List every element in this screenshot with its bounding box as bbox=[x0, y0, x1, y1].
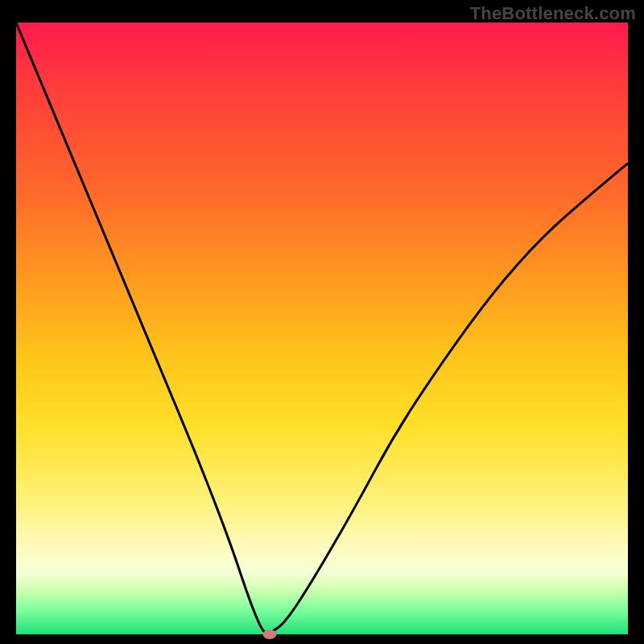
plot-area bbox=[16, 23, 628, 634]
watermark-text: TheBottleneck.com bbox=[470, 3, 636, 24]
curve-path bbox=[16, 23, 628, 634]
bottleneck-curve bbox=[16, 23, 628, 634]
minimum-marker bbox=[263, 630, 277, 639]
chart-frame: TheBottleneck.com bbox=[0, 0, 644, 644]
